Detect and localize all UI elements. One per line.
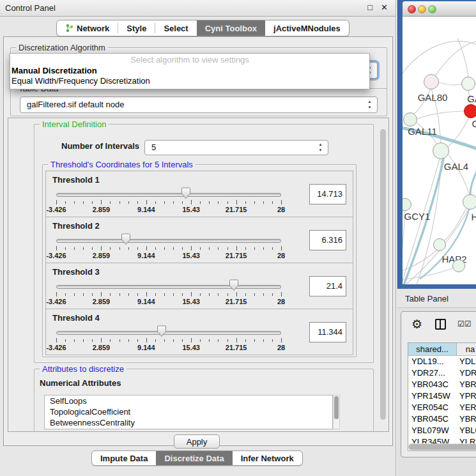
float-window-icon[interactable]: □ (367, 3, 372, 12)
network-node-gal80[interactable] (424, 74, 439, 89)
network-node-hap2[interactable] (433, 238, 446, 251)
attributes-list[interactable]: SelfLoopsTopologicalCoefficientBetweenne… (44, 395, 333, 429)
threshold-slider[interactable]: -3.4262.8599.14415.4321.71528 (56, 235, 281, 261)
close-traffic-light-icon[interactable] (408, 5, 416, 13)
control-panel-title: Control Panel (5, 3, 56, 13)
select-columns-icon[interactable]: ☑☑ (457, 319, 472, 328)
slider-thumb[interactable] (229, 279, 239, 291)
threshold-slider[interactable]: -3.4262.8599.14415.4321.71528 (56, 327, 281, 353)
table-row[interactable]: YER054CYER0 (408, 402, 476, 413)
table-data-group: Table Data galFiltered.sif default node … (10, 88, 387, 116)
tick-mark (164, 201, 165, 204)
table-cell[interactable]: YER0 (457, 402, 476, 413)
tick-mark (281, 246, 282, 250)
slider-track[interactable] (56, 331, 281, 335)
table-cell[interactable]: YDL1 (457, 356, 476, 367)
table-cell[interactable]: YER054C (408, 402, 457, 413)
tab-label: Network (77, 24, 109, 33)
threshold-value-field[interactable]: 14.713 (309, 184, 346, 204)
network-canvas[interactable]: GAL80GACGAL11GAL4GCY1HHAP2 (403, 17, 476, 284)
network-node-gal4[interactable] (433, 142, 449, 159)
table-cell[interactable]: YBR043C (408, 379, 457, 390)
scrollbar-thumb[interactable] (380, 129, 386, 420)
tab-infer-network[interactable]: Infer Network (233, 451, 302, 465)
network-node-ga[interactable] (461, 77, 475, 91)
tab-impute-data[interactable]: Impute Data (92, 451, 156, 465)
network-node[interactable] (452, 259, 465, 272)
network-node-c[interactable] (464, 104, 476, 118)
tick-mark (137, 339, 138, 342)
table-cell[interactable]: YDR27... (408, 367, 457, 379)
scale-label: 2.859 (93, 206, 111, 213)
gear-icon[interactable]: ⚙ (411, 317, 422, 332)
slider-thumb[interactable] (181, 187, 191, 199)
threshold-slider[interactable]: -3.4262.8599.14415.4321.71528 (56, 281, 281, 307)
minimize-traffic-light-icon[interactable] (418, 5, 426, 13)
table-row[interactable]: YDL19...YDL1 (408, 356, 476, 367)
tick-mark (119, 293, 120, 296)
tab-select[interactable]: Select (155, 20, 196, 36)
table-cell[interactable]: YBL0 (457, 425, 476, 436)
table-toolbar: ⚙ ☑☑ (401, 312, 476, 339)
slider-track[interactable] (56, 285, 281, 289)
zoom-traffic-light-icon[interactable] (428, 5, 436, 13)
threshold-value-field[interactable]: 11.344 (309, 322, 346, 342)
tick-mark (254, 293, 255, 296)
attributes-list-scrollbar[interactable] (333, 395, 340, 429)
settings-vertical-scrollbar[interactable] (380, 127, 387, 424)
table-row[interactable]: YBL079WYBL0 (408, 425, 476, 436)
intervals-combo[interactable]: 5 ▲▼ (144, 140, 328, 155)
tab-jactivemnodules[interactable]: jActiveMNodules (265, 20, 349, 36)
network-node-h[interactable] (463, 194, 476, 210)
tab-cyni-toolbox[interactable]: Cyni Toolbox (197, 20, 265, 36)
close-window-icon[interactable]: ✕ (381, 3, 388, 12)
algorithm-option-equal-width-frequency-discretization[interactable]: Equal Width/Frequency Discretization (10, 76, 369, 86)
threshold-slider[interactable]: -3.4262.8599.14415.4321.71528 (56, 189, 281, 215)
algorithm-option-manual-discretization[interactable]: Manual Discretization (10, 66, 369, 76)
attribute-item-betweennesscentrality[interactable]: BetweennessCentrality (45, 417, 332, 428)
attribute-item-topologicalcoefficient[interactable]: TopologicalCoefficient (45, 406, 332, 417)
threshold-panel: Threshold 4-3.4262.8599.14415.4321.71528… (45, 309, 353, 355)
slider-track[interactable] (56, 193, 281, 197)
table-row[interactable]: YPR145WYPR1 (408, 390, 476, 402)
table-cell[interactable]: YBR045C (408, 413, 457, 425)
table-horizontal-scrollbar[interactable] (408, 443, 476, 450)
tab-style[interactable]: Style (118, 20, 155, 36)
slider-track[interactable] (56, 239, 281, 243)
table-row[interactable]: YBR043CYBR0 (408, 379, 476, 390)
tick-mark (74, 293, 75, 296)
threshold-value-field[interactable]: 21.4 (309, 276, 346, 296)
table-cell[interactable]: YBR0 (457, 379, 476, 390)
node-table[interactable]: shared...naYDL19...YDL1YDR27...YDR2YBR04… (408, 342, 476, 451)
scrollbar-thumb[interactable] (334, 396, 339, 419)
slider-thumb[interactable] (157, 325, 167, 337)
apply-button[interactable]: Apply (174, 434, 220, 449)
attribute-item-selfloops[interactable]: SelfLoops (45, 395, 332, 406)
tick-mark (65, 201, 66, 204)
tab-network[interactable]: Network (57, 20, 118, 36)
network-window: GAL80GACGAL11GAL4GCY1HHAP2 (397, 0, 476, 289)
table-cell[interactable]: YBL079W (408, 425, 457, 436)
scrollbar-thumb[interactable] (409, 444, 476, 450)
table-cell[interactable]: YDL19... (408, 356, 457, 367)
network-window-titlebar[interactable] (403, 1, 476, 17)
column-header[interactable]: shared... (408, 343, 457, 355)
table-cell[interactable]: YPR1 (457, 390, 476, 402)
tab-discretize-data[interactable]: Discretize Data (156, 451, 232, 465)
table-data-combo[interactable]: galFiltered.sif default node ▲▼ (20, 96, 378, 113)
table-cell[interactable]: YPR145W (408, 390, 457, 402)
table-panel-header: Table Panel (397, 289, 476, 308)
table-row[interactable]: YBR045CYBR0 (408, 413, 476, 425)
slider-thumb[interactable] (121, 233, 131, 245)
tick-mark (236, 292, 237, 296)
split-columns-icon[interactable] (435, 319, 446, 330)
table-cell[interactable]: YBR0 (457, 413, 476, 425)
threshold-label: Threshold 2 (52, 221, 100, 231)
tick-mark (173, 339, 174, 342)
column-header[interactable]: na (457, 343, 476, 355)
network-node-gal11[interactable] (403, 112, 417, 127)
table-row[interactable]: YDR27...YDR2 (408, 367, 476, 379)
table-data-value: galFiltered.sif default node (27, 100, 124, 109)
table-cell[interactable]: YDR2 (457, 367, 476, 379)
threshold-value-field[interactable]: 6.316 (309, 230, 346, 250)
